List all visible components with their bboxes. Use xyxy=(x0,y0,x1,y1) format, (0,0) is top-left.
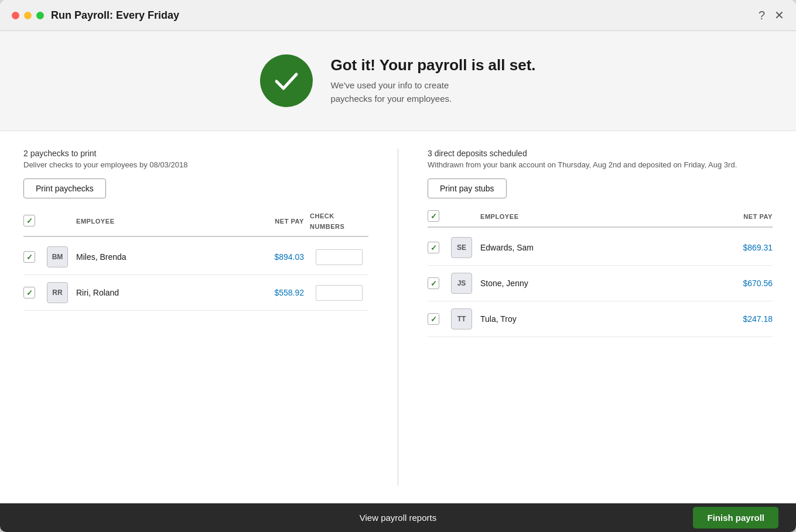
right-date-label: Withdrawn from your bank account on Thur… xyxy=(428,160,773,169)
right-table-header: EMPLOYEE NET PAY xyxy=(428,210,773,228)
right-emp1-checkbox[interactable] xyxy=(428,242,439,253)
main-body: 2 paychecks to print Deliver checks to y… xyxy=(0,131,796,503)
success-description: We've used your info to createpaychecks … xyxy=(330,79,535,105)
left-section: 2 paychecks to print Deliver checks to y… xyxy=(23,149,368,486)
print-pay-stubs-button[interactable]: Print pay stubs xyxy=(428,179,507,198)
success-heading: Got it! Your payroll is all set. xyxy=(330,56,535,74)
right-emp2-avatar: JS xyxy=(451,273,472,294)
finish-payroll-button[interactable]: Finish payroll xyxy=(693,507,778,528)
title-bar-left: Run Payroll: Every Friday xyxy=(12,9,179,22)
right-employee-header: EMPLOYEE xyxy=(480,213,519,220)
success-banner: Got it! Your payroll is all set. We've u… xyxy=(0,31,796,131)
title-bar: Run Payroll: Every Friday ? ✕ xyxy=(0,0,796,31)
close-icon[interactable]: ✕ xyxy=(774,8,784,22)
left-emp1-netpay: $894.03 xyxy=(274,252,304,262)
left-count-label: 2 paychecks to print xyxy=(23,149,368,158)
close-traffic-light[interactable] xyxy=(12,12,19,19)
left-emp1-name: Miles, Brenda xyxy=(76,252,127,262)
right-employee-row: TT Tula, Troy $247.18 xyxy=(428,301,773,337)
right-emp2-name: Stone, Jenny xyxy=(480,279,528,288)
window-title: Run Payroll: Every Friday xyxy=(51,9,179,22)
title-bar-right: ? ✕ xyxy=(759,8,784,22)
right-employee-row: SE Edwards, Sam $869.31 xyxy=(428,230,773,266)
right-section: 3 direct deposits scheduled Withdrawn fr… xyxy=(428,149,773,486)
right-section-info: 3 direct deposits scheduled Withdrawn fr… xyxy=(428,149,773,169)
select-all-left-checkbox[interactable] xyxy=(23,215,35,226)
left-emp1-avatar: BM xyxy=(47,246,68,267)
right-emp1-avatar: SE xyxy=(451,237,472,258)
left-emp1-check-number[interactable] xyxy=(316,249,363,265)
right-emp3-netpay: $247.18 xyxy=(743,314,773,324)
left-checknums-header: CHECK NUMBERS xyxy=(310,212,344,230)
left-emp1-checkbox[interactable] xyxy=(23,251,35,263)
right-emp2-checkbox[interactable] xyxy=(428,277,439,289)
right-netpay-header: NET PAY xyxy=(743,213,773,220)
traffic-lights xyxy=(12,12,44,19)
left-employee-row: RR Riri, Roland $558.92 xyxy=(23,275,368,311)
view-payroll-reports-button[interactable]: View payroll reports xyxy=(360,513,436,523)
select-all-right-checkbox[interactable] xyxy=(428,210,439,222)
left-emp2-name: Riri, Roland xyxy=(76,288,119,297)
maximize-traffic-light[interactable] xyxy=(36,12,44,19)
left-emp2-check-number[interactable] xyxy=(316,285,363,301)
right-emp1-netpay: $869.31 xyxy=(743,243,773,252)
footer-bar: View payroll reports Finish payroll xyxy=(0,503,796,532)
help-icon[interactable]: ? xyxy=(759,9,765,22)
print-paychecks-button[interactable]: Print paychecks xyxy=(23,179,106,198)
main-window: Run Payroll: Every Friday ? ✕ Got it! Yo… xyxy=(0,0,796,532)
right-emp1-name: Edwards, Sam xyxy=(480,243,534,252)
left-employee-row: BM Miles, Brenda $894.03 xyxy=(23,239,368,275)
right-emp2-netpay: $670.56 xyxy=(743,279,773,288)
content-area: Got it! Your payroll is all set. We've u… xyxy=(0,31,796,532)
right-emp3-avatar: TT xyxy=(451,308,472,330)
left-employee-header: EMPLOYEE xyxy=(76,218,115,225)
left-emp2-netpay: $558.92 xyxy=(274,288,304,297)
right-count-label: 3 direct deposits scheduled xyxy=(428,149,773,158)
right-emp3-checkbox[interactable] xyxy=(428,313,439,325)
right-emp3-name: Tula, Troy xyxy=(480,314,517,324)
left-emp2-checkbox[interactable] xyxy=(23,287,35,298)
section-divider xyxy=(398,149,398,486)
left-netpay-header: NET PAY xyxy=(275,218,304,225)
left-section-info: 2 paychecks to print Deliver checks to y… xyxy=(23,149,368,169)
minimize-traffic-light[interactable] xyxy=(24,12,32,19)
right-employee-row: JS Stone, Jenny $670.56 xyxy=(428,266,773,301)
left-emp2-avatar: RR xyxy=(47,282,68,303)
success-text: Got it! Your payroll is all set. We've u… xyxy=(330,56,535,105)
success-check-circle xyxy=(260,54,313,107)
left-date-label: Deliver checks to your employees by 08/0… xyxy=(23,160,368,169)
left-table-header: EMPLOYEE NET PAY CHECK NUMBERS xyxy=(23,210,368,237)
